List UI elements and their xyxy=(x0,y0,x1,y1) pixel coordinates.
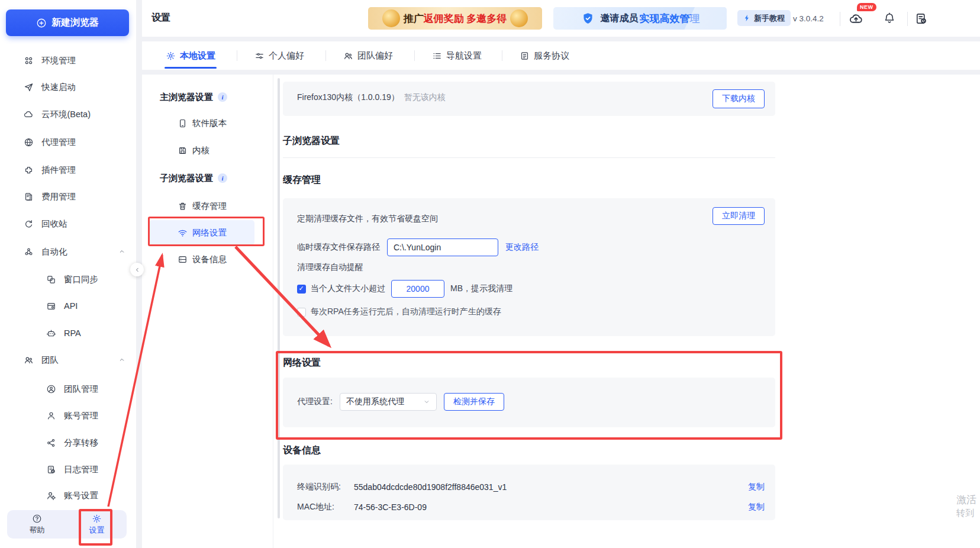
sidebar-item-回收站[interactable]: 回收站 xyxy=(0,212,136,236)
sidebar-item-团队[interactable]: 团队 xyxy=(0,348,136,372)
invite-banner-prefix: 邀请成员 xyxy=(601,12,639,25)
chevron-up-icon[interactable] xyxy=(118,356,125,363)
cloud-icon xyxy=(24,109,34,120)
size-threshold-input[interactable] xyxy=(391,280,444,298)
auto-remind-label: 清理缓存自动提醒 xyxy=(297,262,363,273)
cache-path-input[interactable] xyxy=(387,238,498,256)
sidebar-item-环境管理[interactable]: 环境管理 xyxy=(0,49,136,72)
cloud-upload-button[interactable] xyxy=(849,11,863,26)
info-icon[interactable]: i xyxy=(218,92,227,102)
puzzle-icon xyxy=(24,165,34,175)
settings-button[interactable]: 设置 xyxy=(67,510,127,539)
tab-label: 团队偏好 xyxy=(357,50,393,62)
tab-本地设置[interactable]: 本地设置 xyxy=(166,41,215,70)
sidebar-item-账号管理[interactable]: 账号管理 xyxy=(0,404,136,427)
cache-path-label: 临时缓存文件保存路径 xyxy=(297,242,380,253)
promo-banner-highlight: 返佣奖励 多邀多得 xyxy=(424,12,507,25)
device-row: 终端识别码:55dab04dcdcde80d1908f2ff8846e031_v… xyxy=(297,481,775,493)
sidebar-collapse-button[interactable] xyxy=(130,263,144,276)
kernel-status: 暂无该内核 xyxy=(404,92,446,103)
sidebar-item-自动化[interactable]: 自动化 xyxy=(0,240,136,263)
subnav-item-内核[interactable]: 内核 xyxy=(142,138,273,163)
doc-icon xyxy=(520,51,530,61)
tab-个人偏好[interactable]: 个人偏好 xyxy=(254,41,304,70)
sidebar-item-label: 账号设置 xyxy=(64,490,98,501)
page-title: 设置 xyxy=(151,12,170,24)
sidebar-item-插件管理[interactable]: 插件管理 xyxy=(0,158,136,182)
rpa-clean-label: 每次RPA任务运行完后，自动清理运行时产生的缓存 xyxy=(311,307,501,317)
sidebar-item-RPA[interactable]: RPA xyxy=(0,321,136,345)
settings-tabbar: 本地设置个人偏好团队偏好导航设置服务协议 xyxy=(142,41,980,70)
sidebar-item-label: 回收站 xyxy=(41,218,67,230)
device-row: MAC地址:74-56-3C-E3-6D-09复制 xyxy=(297,501,775,513)
tab-导航设置[interactable]: 导航设置 xyxy=(432,41,482,70)
check-save-button[interactable]: 检测并保存 xyxy=(444,393,504,411)
promo-banner[interactable]: 推广 返佣奖励 多邀多得 xyxy=(368,7,542,30)
tutorial-button[interactable]: 新手教程 xyxy=(737,10,791,26)
watermark-line2: 转到 xyxy=(956,507,976,520)
size-checkbox[interactable] xyxy=(297,285,306,294)
proxy-select-value: 不使用系统代理 xyxy=(346,397,404,407)
proxy-label: 代理设置: xyxy=(297,397,333,407)
sidebar-item-窗口同步[interactable]: 窗口同步 xyxy=(0,267,136,291)
cache-panel: 定期清理缓存文件，有效节省硬盘空间 立即清理 临时缓存文件保存路径 更改路径 清… xyxy=(283,198,775,336)
sidebar-item-账号设置[interactable]: 账号设置 xyxy=(0,483,136,507)
download-kernel-button[interactable]: 下载内核 xyxy=(713,89,765,108)
account-icon xyxy=(46,411,56,421)
tab-divider xyxy=(237,50,237,61)
sidebar-item-费用管理[interactable]: 费用管理 xyxy=(0,185,136,208)
change-path-link[interactable]: 更改路径 xyxy=(505,242,539,253)
sidebar-item-分享转移[interactable]: 分享转移 xyxy=(0,431,136,454)
top-bar: 设置 推广 返佣奖励 多邀多得 邀请成员 实现高效管理 新手教程 v 3.0.4… xyxy=(142,0,980,37)
promo-banner-prefix: 推广 xyxy=(404,12,424,25)
question-icon xyxy=(32,514,42,524)
sidebar-nav: 环境管理快速启动云环境(Beta)代理管理插件管理费用管理回收站自动化窗口同步A… xyxy=(0,0,136,548)
sidebar-item-API[interactable]: API xyxy=(0,294,136,318)
proxy-select[interactable]: 不使用系统代理 xyxy=(340,393,437,411)
subnav-item-设备信息[interactable]: 设备信息 xyxy=(142,247,273,272)
tab-divider xyxy=(502,50,502,61)
subnav-group-title: 子浏览器设置 xyxy=(160,173,213,184)
log-icon xyxy=(46,465,56,475)
subnav-item-网络设置[interactable]: 网络设置 xyxy=(149,220,254,245)
subnav-item-软件版本[interactable]: 软件版本 xyxy=(142,111,273,136)
invite-banner[interactable]: 邀请成员 实现高效管理 xyxy=(553,7,727,30)
clean-now-button[interactable]: 立即清理 xyxy=(713,207,765,225)
tab-label: 服务协议 xyxy=(534,50,569,62)
header-divider xyxy=(840,12,840,26)
sidebar-item-label: 环境管理 xyxy=(41,55,76,66)
scrollbar[interactable] xyxy=(278,78,280,518)
team-icon xyxy=(24,355,34,365)
sidebar-item-label: 快速启动 xyxy=(41,82,76,93)
sidebar-item-日志管理[interactable]: 日志管理 xyxy=(0,457,136,481)
sidebar-item-云环境(Beta)[interactable]: 云环境(Beta) xyxy=(0,102,136,126)
cache-clean-tip: 定期清理缓存文件，有效节省硬盘空间 xyxy=(297,214,438,224)
tab-label: 个人偏好 xyxy=(269,50,304,62)
sidebar-item-label: 团队 xyxy=(41,354,59,366)
device-row-label: MAC地址: xyxy=(297,502,354,512)
tab-divider xyxy=(414,50,415,61)
device-panel: 终端识别码:55dab04dcdcde80d1908f2ff8846e031_v… xyxy=(283,465,775,520)
sidebar-item-label: 自动化 xyxy=(41,246,67,257)
subnav-item-缓存管理[interactable]: 缓存管理 xyxy=(142,194,273,218)
copy-link[interactable]: 复制 xyxy=(748,482,765,492)
info-icon[interactable]: i xyxy=(218,173,227,183)
network-panel: 代理设置: 不使用系统代理 检测并保存 xyxy=(283,378,775,427)
changelog-button[interactable] xyxy=(914,12,928,25)
sidebar-item-快速启动[interactable]: 快速启动 xyxy=(0,75,136,99)
copy-link[interactable]: 复制 xyxy=(748,502,765,512)
new-badge: NEW xyxy=(857,3,876,11)
help-button[interactable]: 帮助 xyxy=(7,510,67,539)
sidebar-item-团队管理[interactable]: 团队管理 xyxy=(0,377,136,401)
tab-服务协议[interactable]: 服务协议 xyxy=(520,41,569,70)
chevron-up-icon[interactable] xyxy=(118,248,125,255)
notifications-button[interactable] xyxy=(883,12,896,25)
sidebar-item-label: 团队管理 xyxy=(64,383,98,395)
grid-icon xyxy=(24,56,34,66)
sliders-icon xyxy=(254,51,265,61)
kernel-panel: Firefox130内核（1.0.0.19） 暂无该内核 下载内核 xyxy=(283,82,775,116)
sidebar-item-代理管理[interactable]: 代理管理 xyxy=(0,130,136,154)
rpa-icon xyxy=(46,328,56,339)
rpa-clean-checkbox[interactable] xyxy=(297,308,306,317)
tab-团队偏好[interactable]: 团队偏好 xyxy=(343,41,393,70)
